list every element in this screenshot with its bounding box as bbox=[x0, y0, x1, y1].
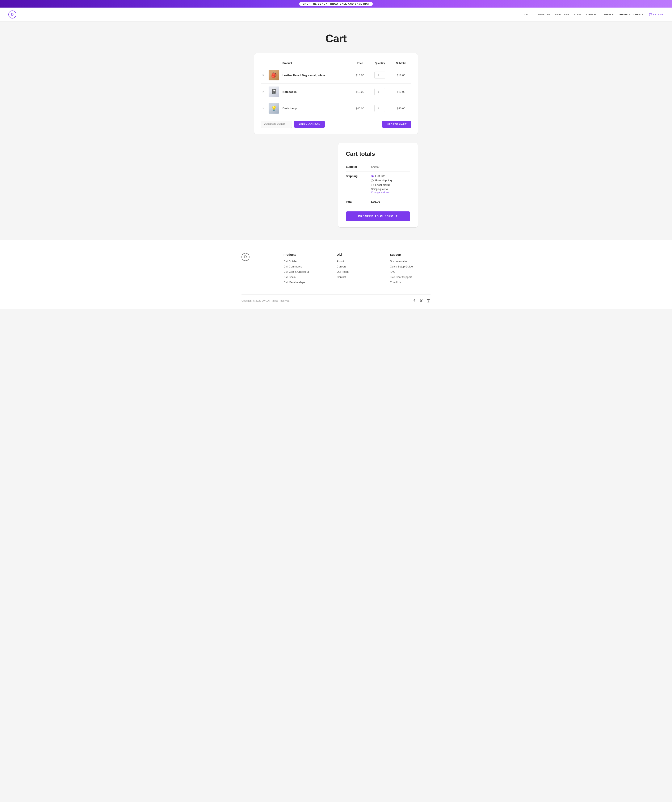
shipping-flat-rate-label: Flat rate bbox=[375, 175, 385, 178]
footer-col-products-title: Products bbox=[283, 253, 324, 256]
nav-contact[interactable]: CONTACT bbox=[586, 13, 599, 16]
shipping-flat-rate-radio[interactable] bbox=[371, 175, 374, 178]
footer-link-divi-builder[interactable]: Divi Builder bbox=[283, 260, 324, 263]
remove-item-notebooks[interactable]: × bbox=[262, 90, 264, 94]
cart-table-container: Product Price Quantity Subtotal × Leathe… bbox=[254, 53, 418, 134]
shipping-options: Flat rate Free shipping Local pickup Shi… bbox=[371, 175, 410, 194]
footer-link-divi-commerce[interactable]: Divi Commerce bbox=[283, 265, 324, 268]
product-price-notebooks: $12.00 bbox=[356, 90, 364, 94]
cart-icon bbox=[648, 13, 652, 16]
footer-link-divi-cart[interactable]: Divi Cart & Checkout bbox=[283, 270, 324, 273]
shipping-free[interactable]: Free shipping bbox=[371, 179, 410, 182]
product-image-notebooks bbox=[269, 86, 279, 97]
qty-input-desklamp[interactable] bbox=[374, 105, 385, 112]
top-banner: SHOP THE BLACK FRIDAY SALE AND SAVE BIG! bbox=[0, 0, 672, 8]
footer-link-live-chat[interactable]: Live Chat Support bbox=[390, 275, 431, 279]
total-row: Total $70.00 bbox=[346, 197, 410, 206]
shipping-free-label: Free shipping bbox=[375, 179, 392, 182]
nav-shop[interactable]: SHOP ∨ bbox=[604, 13, 614, 16]
svg-point-3 bbox=[428, 300, 429, 301]
th-product: Product bbox=[281, 60, 351, 67]
shipping-to-text: Shipping to CA. bbox=[371, 188, 410, 191]
shipping-free-radio[interactable] bbox=[371, 179, 374, 182]
footer-logo[interactable]: D bbox=[241, 253, 249, 261]
th-quantity: Quantity bbox=[369, 60, 391, 67]
logo[interactable]: D bbox=[8, 10, 16, 18]
footer-link-divi-social[interactable]: Divi Social bbox=[283, 275, 324, 279]
cart-table: Product Price Quantity Subtotal × Leathe… bbox=[261, 60, 411, 116]
change-address-link[interactable]: Change address bbox=[371, 191, 410, 194]
page-title-section: Cart bbox=[0, 22, 672, 53]
nav-blog[interactable]: BLOG bbox=[574, 13, 581, 16]
instagram-icon[interactable] bbox=[426, 299, 431, 303]
cart-totals-wrapper: Cart totals Subtotal $70.00 Shipping Fla… bbox=[254, 143, 418, 228]
footer-link-faq[interactable]: FAQ bbox=[390, 270, 431, 273]
table-row: × Notebooks $12.00 $12.00 bbox=[261, 84, 411, 100]
product-subtotal-pencilbag: $18.00 bbox=[397, 74, 405, 77]
th-subtotal: Subtotal bbox=[391, 60, 411, 67]
remove-item-pencilbag[interactable]: × bbox=[262, 73, 264, 77]
nav-cart[interactable]: 3 ITEMS bbox=[648, 13, 664, 16]
footer-top: D Products Divi Builder Divi Commerce Di… bbox=[241, 253, 431, 286]
coupon-input[interactable] bbox=[261, 121, 292, 128]
product-image-desklamp bbox=[269, 103, 279, 113]
footer-link-about[interactable]: About bbox=[337, 260, 377, 263]
footer-link-documentation[interactable]: Documentation bbox=[390, 260, 431, 263]
banner-text: SHOP THE BLACK FRIDAY SALE AND SAVE BIG! bbox=[299, 2, 373, 6]
svg-rect-2 bbox=[427, 299, 430, 302]
product-name-desklamp: Desk Lamp bbox=[282, 107, 297, 110]
qty-input-pencilbag[interactable] bbox=[374, 71, 385, 79]
header: D ABOUT FEATURE FEATURES BLOG CONTACT SH… bbox=[0, 8, 672, 22]
nav-about[interactable]: ABOUT bbox=[523, 13, 533, 16]
product-price-desklamp: $40.00 bbox=[356, 107, 364, 110]
table-row: × Leather Pencil Bag - small, white $18.… bbox=[261, 67, 411, 84]
product-price-pencilbag: $18.00 bbox=[356, 74, 364, 77]
remove-item-desklamp[interactable]: × bbox=[262, 107, 264, 110]
subtotal-row: Subtotal $70.00 bbox=[346, 162, 410, 171]
facebook-icon[interactable] bbox=[412, 299, 416, 303]
nav-feature[interactable]: FEATURE bbox=[538, 13, 551, 16]
footer: D Products Divi Builder Divi Commerce Di… bbox=[0, 240, 672, 309]
footer-copyright: Copyright © 2023 Divi. All Rights Reserv… bbox=[241, 299, 290, 302]
shipping-label: Shipping bbox=[346, 175, 371, 178]
product-name-pencilbag: Leather Pencil Bag - small, white bbox=[282, 74, 325, 77]
footer-link-our-team[interactable]: Our Team bbox=[337, 270, 377, 273]
nav-features[interactable]: FEATURES bbox=[555, 13, 569, 16]
shipping-local-pickup-label: Local pickup bbox=[375, 183, 390, 186]
nav-theme-builder[interactable]: THEME BUILDER ∨ bbox=[619, 13, 644, 16]
twitter-x-icon[interactable] bbox=[419, 299, 423, 303]
shipping-flat-rate[interactable]: Flat rate bbox=[371, 175, 410, 178]
product-name-notebooks: Notebooks bbox=[282, 90, 296, 94]
cart-totals: Cart totals Subtotal $70.00 Shipping Fla… bbox=[338, 143, 418, 228]
th-remove bbox=[261, 60, 267, 67]
cart-totals-title: Cart totals bbox=[346, 150, 410, 157]
footer-link-quick-setup-guide[interactable]: Quick Setup Guide bbox=[390, 265, 431, 268]
total-value: $70.00 bbox=[371, 200, 410, 204]
footer-col-products: Products Divi Builder Divi Commerce Divi… bbox=[283, 253, 324, 286]
th-price: Price bbox=[351, 60, 369, 67]
footer-link-divi-memberships[interactable]: Divi Memberships bbox=[283, 281, 324, 284]
footer-col-divi-title: Divi bbox=[337, 253, 377, 256]
subtotal-label: Subtotal bbox=[346, 165, 371, 168]
shipping-local-pickup[interactable]: Local pickup bbox=[371, 183, 410, 186]
footer-bottom: Copyright © 2023 Divi. All Rights Reserv… bbox=[241, 294, 431, 303]
subtotal-value: $70.00 bbox=[371, 165, 410, 168]
checkout-button[interactable]: PROCEED TO CHECKOUT bbox=[346, 212, 410, 221]
social-icons bbox=[412, 299, 431, 303]
product-subtotal-notebooks: $12.00 bbox=[397, 90, 405, 94]
footer-link-careers[interactable]: Careers bbox=[337, 265, 377, 268]
cart-count: 3 ITEMS bbox=[653, 13, 664, 16]
footer-link-contact[interactable]: Contact bbox=[337, 275, 377, 279]
footer-col-support: Support Documentation Quick Setup Guide … bbox=[390, 253, 431, 286]
table-row: × Desk Lamp $40.00 $40.00 bbox=[261, 100, 411, 117]
th-image bbox=[267, 60, 281, 67]
main-nav: ABOUT FEATURE FEATURES BLOG CONTACT SHOP… bbox=[523, 13, 664, 16]
footer-col-divi: Divi About Careers Our Team Contact bbox=[337, 253, 377, 286]
footer-link-email-us[interactable]: Email Us bbox=[390, 281, 431, 284]
update-cart-button[interactable]: UPDATE CART bbox=[382, 121, 411, 128]
product-subtotal-desklamp: $40.00 bbox=[397, 107, 405, 110]
qty-input-notebooks[interactable] bbox=[374, 88, 385, 95]
shipping-row: Shipping Flat rate Free shipping bbox=[346, 171, 410, 197]
shipping-local-pickup-radio[interactable] bbox=[371, 184, 374, 186]
apply-coupon-button[interactable]: APPLY COUPON bbox=[294, 121, 325, 128]
